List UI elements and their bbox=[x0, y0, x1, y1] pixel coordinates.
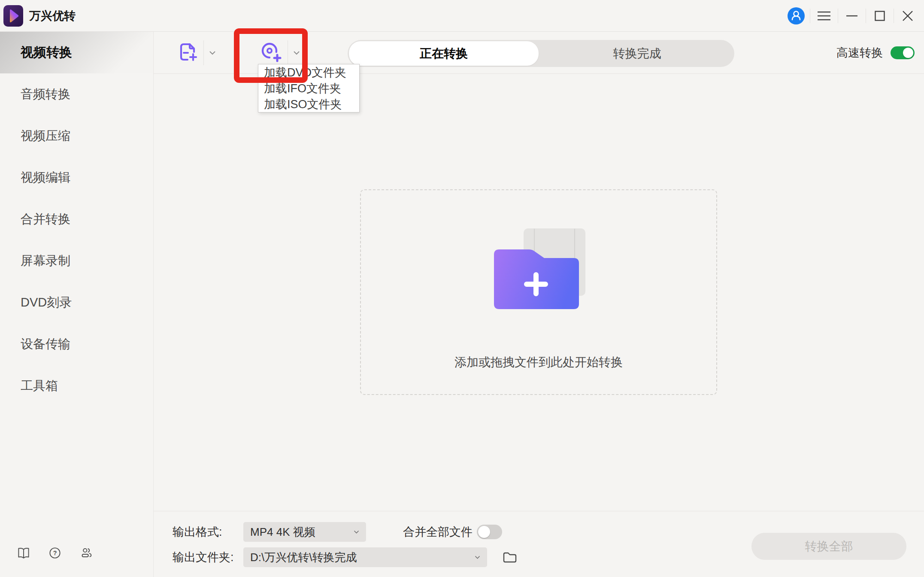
app-title: 万兴优转 bbox=[29, 8, 76, 24]
fast-convert-toggle[interactable] bbox=[891, 46, 915, 59]
menu-item-load-ifo-folder[interactable]: 加载IFO文件夹 bbox=[258, 80, 359, 96]
guide-button[interactable] bbox=[17, 544, 48, 562]
sidebar: 视频转换 音频转换 视频压缩 视频编辑 合并转换 屏幕录制 DVD刻录 设备传输… bbox=[0, 32, 154, 577]
sidebar-footer: ? bbox=[17, 541, 112, 565]
dropzone-hint: 添加或拖拽文件到此处开始转换 bbox=[361, 354, 716, 370]
maximize-button[interactable] bbox=[866, 0, 894, 32]
close-icon bbox=[903, 11, 913, 21]
file-dropzone[interactable]: 添加或拖拽文件到此处开始转换 bbox=[360, 189, 717, 395]
app-window: 万兴优转 bbox=[0, 0, 924, 577]
sidebar-item-device-transfer[interactable]: 设备传输 bbox=[0, 323, 153, 365]
sidebar-item-audio-convert[interactable]: 音频转换 bbox=[0, 73, 153, 115]
convert-all-button[interactable]: 转换全部 bbox=[751, 533, 906, 560]
fast-convert-label: 高速转换 bbox=[836, 45, 883, 61]
add-folder-illustration bbox=[492, 227, 591, 313]
toggle-knob bbox=[478, 526, 490, 538]
chevron-down-icon bbox=[354, 530, 359, 534]
folder-icon bbox=[503, 551, 517, 564]
sidebar-item-dvd-burn[interactable]: DVD刻录 bbox=[0, 282, 153, 323]
load-dvd-dropdown-arrow[interactable] bbox=[293, 49, 300, 57]
fast-convert-control: 高速转换 bbox=[836, 32, 915, 74]
output-format-label: 输出格式: bbox=[173, 522, 222, 542]
add-file-split-button bbox=[178, 32, 216, 74]
divider bbox=[288, 40, 288, 65]
output-bar: 输出格式: MP4 4K 视频 合并全部文件 输出文件夹: D:\万兴优转\转换… bbox=[154, 511, 924, 577]
output-format-select[interactable]: MP4 4K 视频 bbox=[243, 522, 366, 542]
toggle-knob bbox=[903, 48, 913, 58]
sidebar-item-video-edit[interactable]: 视频编辑 bbox=[0, 157, 153, 198]
help-button[interactable]: ? bbox=[48, 544, 80, 562]
help-icon: ? bbox=[48, 547, 61, 559]
svg-text:?: ? bbox=[53, 550, 57, 556]
menu-item-load-dvd-folder[interactable]: 加载DVD文件夹 bbox=[258, 64, 359, 80]
sidebar-item-screen-record[interactable]: 屏幕录制 bbox=[0, 240, 153, 282]
sidebar-item-video-compress[interactable]: 视频压缩 bbox=[0, 115, 153, 157]
add-dvd-icon bbox=[260, 41, 282, 63]
divider bbox=[203, 40, 204, 65]
chevron-down-icon bbox=[475, 556, 480, 559]
chevron-down-icon bbox=[209, 51, 216, 55]
user-avatar[interactable] bbox=[782, 0, 810, 32]
sidebar-item-toolbox[interactable]: 工具箱 bbox=[0, 365, 153, 407]
chevron-down-icon bbox=[293, 51, 300, 55]
menu-icon bbox=[818, 11, 830, 21]
sidebar-item-merge-convert[interactable]: 合并转换 bbox=[0, 198, 153, 240]
menu-button[interactable] bbox=[810, 0, 838, 32]
book-icon bbox=[17, 547, 30, 559]
merge-all-toggle[interactable] bbox=[477, 525, 502, 539]
minimize-icon bbox=[846, 15, 857, 17]
convert-tabs: 正在转换 转换完成 bbox=[348, 40, 734, 67]
app-logo-icon bbox=[3, 5, 23, 27]
add-file-icon bbox=[178, 42, 197, 62]
titlebar-controls bbox=[782, 0, 921, 32]
close-button[interactable] bbox=[894, 0, 921, 32]
output-folder-select[interactable]: D:\万兴优转\转换完成 bbox=[243, 547, 487, 567]
open-output-folder-button[interactable] bbox=[503, 551, 517, 565]
tab-converting[interactable]: 正在转换 bbox=[349, 41, 539, 66]
add-folder-icon bbox=[492, 227, 591, 313]
add-file-dropdown-arrow[interactable] bbox=[209, 49, 216, 57]
user-avatar-icon bbox=[788, 7, 805, 24]
merge-all-label: 合并全部文件 bbox=[403, 522, 473, 542]
output-folder-value: D:\万兴优转\转换完成 bbox=[250, 550, 471, 565]
tab-finished[interactable]: 转换完成 bbox=[540, 40, 734, 67]
community-icon bbox=[80, 547, 93, 559]
workspace: 添加或拖拽文件到此处开始转换 bbox=[154, 74, 924, 511]
output-folder-label: 输出文件夹: bbox=[173, 547, 234, 567]
load-dvd-button[interactable] bbox=[260, 41, 282, 64]
add-file-button[interactable] bbox=[178, 42, 197, 64]
sidebar-item-video-convert[interactable]: 视频转换 bbox=[0, 32, 153, 73]
community-button[interactable] bbox=[80, 544, 112, 562]
minimize-button[interactable] bbox=[838, 0, 866, 32]
menu-item-load-iso-folder[interactable]: 加载ISO文件夹 bbox=[258, 96, 359, 112]
load-dvd-menu: 加载DVD文件夹 加载IFO文件夹 加载ISO文件夹 bbox=[258, 64, 360, 112]
titlebar: 万兴优转 bbox=[0, 0, 924, 32]
maximize-icon bbox=[875, 11, 885, 21]
output-format-value: MP4 4K 视频 bbox=[250, 525, 350, 540]
